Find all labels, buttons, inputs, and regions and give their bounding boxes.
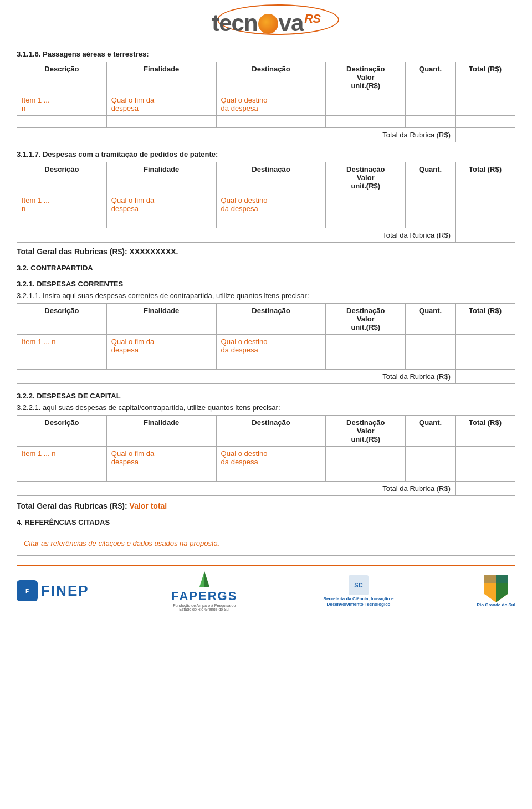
- item-destinacao-1: Qual o destinoda despesa: [216, 93, 326, 116]
- table-3221: Descrição Finalidade Destinação Destinaç…: [17, 415, 515, 496]
- item-desc-1: Item 1 ...n: [17, 93, 107, 116]
- section-317-title: 3.1.1.7. Despesas com a tramitação de pe…: [17, 150, 515, 158]
- blank-row: [17, 216, 515, 228]
- rgs-logo: Rio Grande do Sul: [477, 575, 515, 607]
- blank-8: [106, 216, 216, 228]
- total-value-2: [456, 228, 515, 243]
- total-geral-1: Total Geral das Rubricas (R$): XXXXXXXXX…: [17, 247, 515, 256]
- th-dest-val-2: DestinaçãoValorunit.(R$): [326, 162, 406, 193]
- section-3221-subtitle: 3.2.2.1. aqui suas despesas de capital/c…: [17, 403, 515, 412]
- blank-16: [326, 357, 406, 370]
- rgs-shield-svg: [484, 575, 508, 602]
- rgs-shield: [484, 575, 508, 602]
- item-total-3: [456, 335, 515, 357]
- secretaria-logo: SC Secretaria da Ciência, Inovação e Des…: [320, 574, 397, 608]
- th-destinacao-2: Destinação: [216, 162, 326, 193]
- total-row-2: Total da Rubrica (R$): [17, 228, 515, 243]
- th-quant-2: Quant.: [406, 162, 456, 193]
- logo-tecnova: tecnvaRS: [212, 10, 320, 37]
- table-3211: Descrição Finalidade Destinação Destinaç…: [17, 303, 515, 384]
- item-quant-4: [406, 447, 456, 469]
- item-total-1: [456, 93, 515, 116]
- blank-row: [17, 357, 515, 370]
- fapergs-leaf-icon: [198, 570, 211, 588]
- th-total-2: Total (R$): [456, 162, 515, 193]
- svg-marker-3: [204, 571, 209, 587]
- total-geral-1-label: Total Geral das Rubricas (R$):: [17, 247, 127, 256]
- item-quant-1: [406, 93, 456, 116]
- th-quant-4: Quant.: [406, 416, 456, 447]
- logo-rs-text: RS: [304, 12, 320, 25]
- blank-7: [17, 216, 107, 228]
- blank-11: [406, 216, 456, 228]
- total-value-4: [456, 482, 515, 496]
- item-finalidade-1: Qual o fim dadespesa: [106, 93, 216, 116]
- table-row: Item 1 ... n Qual o fim dadespesa Qual o…: [17, 447, 515, 469]
- total-geral-2-label: Total Geral das Rubricas (R$):: [17, 501, 127, 510]
- references-box: Citar as referências de citações e dados…: [17, 531, 515, 556]
- blank-21: [216, 469, 326, 482]
- th-finalidade-2: Finalidade: [106, 162, 216, 193]
- blank-22: [326, 469, 406, 482]
- item-destinacao-4: Qual o destinoda despesa: [216, 447, 326, 469]
- th-total-1: Total (R$): [456, 62, 515, 93]
- total-row-3: Total da Rubrica (R$): [17, 370, 515, 384]
- total-value-3: [456, 370, 515, 384]
- table-317: Descrição Finalidade Destinação Destinaç…: [17, 162, 515, 243]
- section-322-wrapper: 3.2.2. DESPESAS DE CAPITAL 3.2.2.1. aqui…: [17, 392, 515, 412]
- th-total-3: Total (R$): [456, 304, 515, 335]
- secretaria-name-text: Secretaria da Ciência, Inovação e Desenv…: [320, 596, 397, 608]
- th-descricao-1: Descrição: [17, 62, 107, 93]
- secretaria-icon: SC: [347, 574, 370, 596]
- page-header: tecnvaRS: [17, 0, 515, 42]
- table-row: Item 1 ... n Qual o fim dadespesa Qual o…: [17, 335, 515, 357]
- logo-va-text: va: [279, 10, 304, 36]
- fapergs-name-text: FAPERGS: [171, 589, 237, 603]
- blank-3: [216, 116, 326, 128]
- blank-row: [17, 116, 515, 128]
- section-4-title: 4. REFERÊNCIAS CITADAS: [17, 518, 515, 526]
- item-total-2: [456, 193, 515, 216]
- blank-4: [326, 116, 406, 128]
- total-label-2: Total da Rubrica (R$): [17, 228, 456, 243]
- th-total-4: Total (R$): [456, 416, 515, 447]
- svg-text:F: F: [25, 588, 29, 595]
- total-label-1: Total da Rubrica (R$): [17, 128, 456, 142]
- blank-20: [106, 469, 216, 482]
- blank-17: [406, 357, 456, 370]
- blank-12: [456, 216, 515, 228]
- table-316: Descrição Finalidade Destinação Destinaç…: [17, 62, 515, 142]
- section-322-title1: 3.2.2. DESPESAS DE CAPITAL: [17, 392, 515, 400]
- th-destinacao-1: Destinação: [216, 62, 326, 93]
- total-geral-2: Total Geral das Rubricas (R$): Valor tot…: [17, 501, 515, 510]
- blank-6: [456, 116, 515, 128]
- item-quant-2: [406, 193, 456, 216]
- blank-18: [456, 357, 515, 370]
- blank-15: [216, 357, 326, 370]
- th-destinacao-3: Destinação: [216, 304, 326, 335]
- finep-svg-icon: F: [19, 582, 35, 599]
- blank-1: [17, 116, 107, 128]
- blank-row: [17, 469, 515, 482]
- total-geral-1-value: XXXXXXXXX.: [130, 247, 178, 256]
- total-label-3: Total da Rubrica (R$): [17, 370, 456, 384]
- blank-24: [456, 469, 515, 482]
- item-finalidade-2: Qual o fim dadespesa: [106, 193, 216, 216]
- blank-2: [106, 116, 216, 128]
- th-finalidade-3: Finalidade: [106, 304, 216, 335]
- fapergs-logo: FAPERGS Fundação de Amparo à Pesquisa do…: [168, 570, 241, 611]
- item-dest-val-4: [326, 447, 406, 469]
- total-geral-2-value: Valor total: [130, 501, 167, 510]
- blank-10: [326, 216, 406, 228]
- item-desc-2: Item 1 ...n: [17, 193, 107, 216]
- section-32-title2: 3.2.1. DESPESAS CORRENTES: [17, 280, 515, 288]
- references-placeholder: Citar as referências de citações e dados…: [24, 539, 219, 547]
- section-3211-subtitle: 3.2.1.1. Insira aqui suas despesas corre…: [17, 291, 515, 300]
- blank-19: [17, 469, 107, 482]
- item-dest-val-1: [326, 93, 406, 116]
- finep-logo: F FINEP: [17, 580, 89, 601]
- th-finalidade-4: Finalidade: [106, 416, 216, 447]
- th-quant-3: Quant.: [406, 304, 456, 335]
- item-dest-val-3: [326, 335, 406, 357]
- item-finalidade-3: Qual o fim dadespesa: [106, 335, 216, 357]
